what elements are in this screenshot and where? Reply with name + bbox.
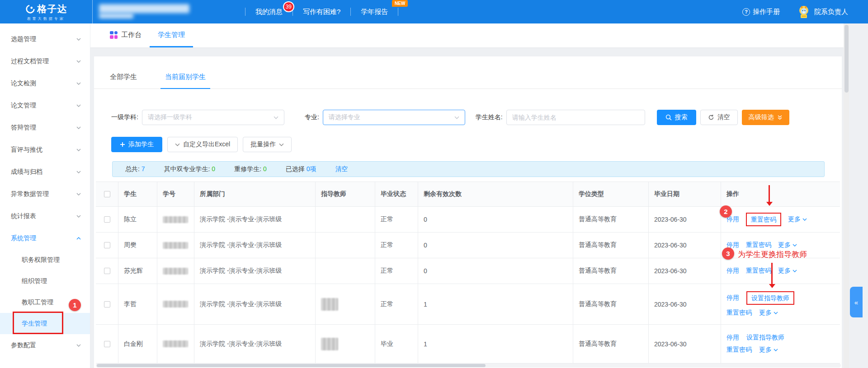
chevron-down-icon <box>774 312 778 314</box>
sidebar-item-thesis-mgmt[interactable]: 论文管理 <box>0 94 90 116</box>
subject-select-placeholder: 请选择一级学科 <box>148 113 192 121</box>
subject-select[interactable]: 请选择一级学科 <box>142 110 284 125</box>
graduation-date: 2023-06-30 <box>649 207 721 232</box>
more-link[interactable]: 更多 <box>778 241 797 249</box>
more-link[interactable]: 更多 <box>759 309 778 317</box>
student-advisor <box>316 258 375 284</box>
sidebar-item-label: 论文管理 <box>11 102 36 110</box>
sidebar-item-student-mgmt[interactable]: 学生管理 <box>0 313 90 334</box>
panel-collapse-handle[interactable]: « <box>850 287 863 317</box>
more-link[interactable]: 更多 <box>759 346 778 354</box>
vertical-scrollbar[interactable] <box>844 23 849 368</box>
chevron-down-icon <box>793 270 797 272</box>
tab-workbench-label: 工作台 <box>121 31 142 39</box>
student-name: 白金刚 <box>118 325 157 363</box>
manual-link[interactable]: ? 操作手册 <box>742 8 780 16</box>
nav-annual-report[interactable]: 学年报告 NEW <box>351 8 398 16</box>
table-row: 苏光辉 演示学院 -演示专业-演示班级 正常 0 普通高等教育 2023-06-… <box>96 258 840 284</box>
sidebar-item-statistics[interactable]: 统计报表 <box>0 205 90 227</box>
redacted-student-id <box>163 268 188 275</box>
reset-password-link[interactable]: 重置密码 <box>746 267 771 275</box>
sidebar-item-role-permission-mgmt[interactable]: 职务权限管理 <box>0 249 90 270</box>
row-checkbox[interactable] <box>104 268 110 274</box>
sidebar-subitem-label: 教职工管理 <box>22 298 53 307</box>
chevron-up-icon <box>76 237 81 240</box>
nav-my-messages-label: 我的消息 <box>255 8 283 15</box>
horizontal-scrollbar-thumb[interactable] <box>97 364 486 367</box>
nav-my-messages[interactable]: 我的消息 39 <box>245 8 292 16</box>
row-checkbox[interactable] <box>104 341 110 347</box>
set-advisor-link[interactable]: 设置指导教师 <box>746 334 784 342</box>
disable-link[interactable]: 停用 <box>726 334 739 342</box>
sidebar-item-topic-mgmt[interactable]: 选题管理 <box>0 28 90 50</box>
more-link[interactable]: 更多 <box>788 215 807 224</box>
major-select[interactable]: 请选择专业 <box>323 110 465 125</box>
reset-password-link[interactable]: 重置密码 <box>751 216 776 223</box>
student-name-input[interactable] <box>506 110 645 125</box>
student-advisor <box>316 233 375 258</box>
table-row: 白金刚 演示学院 -演示专业-演示班级 毕业 1 普通高等教育 2023-06-… <box>96 325 840 363</box>
remaining-checks: 0 <box>418 258 573 284</box>
more-link[interactable]: 更多 <box>778 267 797 275</box>
subtab-all-students[interactable]: 全部学生 <box>105 73 142 89</box>
chevron-down-icon <box>802 218 807 221</box>
subtab-current-cohort[interactable]: 当前届别学生 <box>160 73 210 89</box>
search-button[interactable]: 搜索 <box>657 110 696 125</box>
annotation-box-reset-password: 重置密码 <box>746 213 781 226</box>
sidebar-item-blind-review[interactable]: 盲评与推优 <box>0 139 90 161</box>
nav-writing-help[interactable]: 写作有困难? <box>293 8 350 16</box>
major-filter-label: 专业: <box>305 113 319 121</box>
sidebar-item-grades-archive[interactable]: 成绩与归档 <box>0 161 90 183</box>
chevron-down-icon <box>274 116 278 119</box>
clear-selection-link[interactable]: 清空 <box>335 165 348 173</box>
batch-actions-button[interactable]: 批量操作 <box>243 137 292 152</box>
col-header-advisor: 指导教师 <box>316 182 375 206</box>
tab-workbench[interactable]: 工作台 <box>102 23 150 47</box>
col-header-operations: 操作 <box>721 182 840 206</box>
graduation-date: 2023-06-30 <box>649 284 721 324</box>
main-area: 工作台 学生管理 全部学生 当前届别学生 一级学科: 请选择一级学科 专业: <box>90 23 868 368</box>
brand-logo: 格子达 教育大数据专家 <box>0 0 93 23</box>
sidebar-item-thesis-check[interactable]: 论文检测 <box>0 72 90 94</box>
annotation-step-3: 3 <box>722 247 734 260</box>
annotation-box-set-advisor: 设置指导教师 <box>746 291 794 305</box>
reset-password-link[interactable]: 重置密码 <box>726 346 752 354</box>
sidebar-item-organization-mgmt[interactable]: 组织管理 <box>0 270 90 292</box>
chevron-down-icon <box>454 116 459 119</box>
tab-student-mgmt-label: 学生管理 <box>158 31 185 39</box>
row-checkbox[interactable] <box>104 301 110 307</box>
sidebar-item-system-mgmt[interactable]: 系统管理 <box>0 227 90 249</box>
chevron-down-icon <box>175 143 180 146</box>
chevron-down-icon <box>76 149 81 151</box>
vertical-scrollbar-thumb[interactable] <box>844 25 849 93</box>
avatar <box>797 5 811 19</box>
chevron-down-icon <box>76 38 81 41</box>
graduation-date: 2023-06-30 <box>649 233 721 258</box>
reset-password-link[interactable]: 重置密码 <box>726 309 752 317</box>
sidebar-item-label: 系统管理 <box>11 234 36 242</box>
sidebar-item-abnormal-data[interactable]: 异常数据管理 <box>0 183 90 205</box>
top-nav: 我的消息 39 写作有困难? 学年报告 NEW <box>245 0 398 23</box>
app-window: 格子达 教育大数据专家 我的消息 39 写作有困难? 学年报告 NEW <box>0 0 868 368</box>
user-menu[interactable]: 院系负责人 <box>797 5 848 19</box>
workbench-grid-icon <box>110 31 118 39</box>
sidebar-item-process-doc-mgmt[interactable]: 过程文档管理 <box>0 50 90 72</box>
horizontal-scrollbar[interactable] <box>96 363 841 368</box>
set-advisor-link[interactable]: 设置指导教师 <box>751 294 789 302</box>
add-student-button[interactable]: 添加学生 <box>111 137 162 152</box>
row-checkbox[interactable] <box>104 242 110 248</box>
select-all-checkbox[interactable] <box>104 191 110 197</box>
disable-link[interactable]: 停用 <box>726 267 739 275</box>
sidebar-item-label: 论文检测 <box>11 79 36 88</box>
row-checkbox[interactable] <box>104 216 110 223</box>
clear-button[interactable]: 清空 <box>700 110 738 125</box>
advanced-filter-button[interactable]: 高级筛选 <box>742 110 789 125</box>
sidebar-item-parameter-config[interactable]: 参数配置 <box>0 334 90 356</box>
student-name: 李哲 <box>118 284 157 324</box>
sidebar-item-label: 成绩与归档 <box>11 168 42 176</box>
export-excel-button[interactable]: 自定义导出Excel <box>167 137 238 152</box>
tab-student-mgmt[interactable]: 学生管理 <box>150 23 193 47</box>
reset-password-link[interactable]: 重置密码 <box>746 241 771 249</box>
sidebar-item-defense-mgmt[interactable]: 答辩管理 <box>0 116 90 139</box>
disable-link[interactable]: 停用 <box>726 294 739 302</box>
